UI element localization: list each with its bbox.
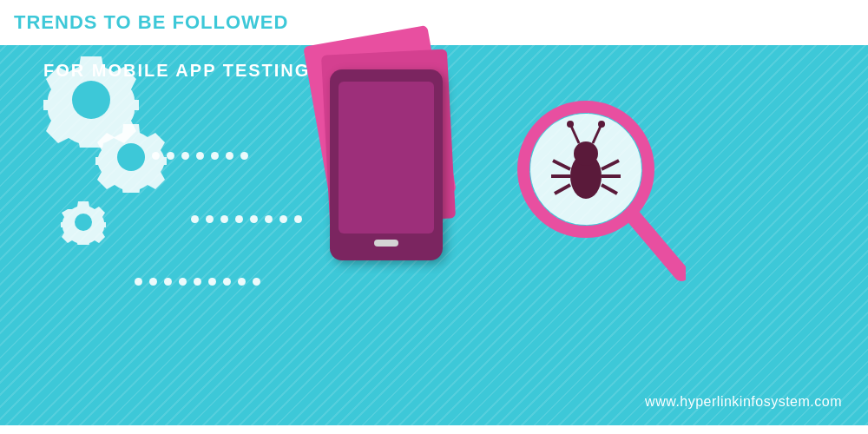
dot	[235, 215, 243, 223]
magnifier-icon	[512, 95, 686, 290]
dot	[194, 278, 201, 286]
dot	[167, 152, 174, 160]
dot	[164, 278, 172, 286]
dot	[294, 215, 302, 223]
bottom-bar	[0, 425, 868, 434]
phone-screen	[339, 82, 434, 233]
svg-line-17	[634, 217, 681, 273]
dot	[196, 152, 204, 160]
dot	[179, 278, 187, 286]
phone-home-button	[374, 240, 398, 247]
page-title: TRENDS TO BE FOLLOWED	[14, 11, 288, 34]
dot	[238, 278, 246, 286]
dot	[253, 278, 260, 286]
dots-row-3	[135, 278, 260, 286]
svg-point-16	[598, 121, 605, 128]
dot	[223, 278, 231, 286]
dot	[149, 278, 157, 286]
content-area: TRENDS TO BE FOLLOWED FOR MOBILE APP TES…	[0, 0, 868, 434]
top-bar: TRENDS TO BE FOLLOWED	[0, 0, 868, 45]
background: TRENDS TO BE FOLLOWED FOR MOBILE APP TES…	[0, 0, 868, 434]
phone-body	[330, 69, 443, 260]
dot	[191, 215, 199, 223]
dot	[220, 215, 228, 223]
dot	[181, 152, 189, 160]
dot	[206, 215, 214, 223]
dot	[250, 215, 258, 223]
svg-point-15	[567, 121, 574, 128]
dots-row-2	[191, 215, 302, 223]
dot	[211, 152, 219, 160]
gear-small-icon	[61, 200, 106, 248]
dot	[152, 152, 160, 160]
website-link: www.hyperlinkinfosystem.com	[645, 394, 842, 410]
svg-point-1	[117, 143, 145, 171]
dot	[226, 152, 233, 160]
svg-point-0	[72, 81, 110, 119]
svg-point-6	[574, 141, 598, 166]
dot	[208, 278, 216, 286]
dots-row-1	[152, 152, 248, 160]
dot	[135, 278, 142, 286]
dot	[265, 215, 273, 223]
dot	[279, 215, 287, 223]
svg-point-2	[75, 214, 92, 231]
dot	[240, 152, 248, 160]
